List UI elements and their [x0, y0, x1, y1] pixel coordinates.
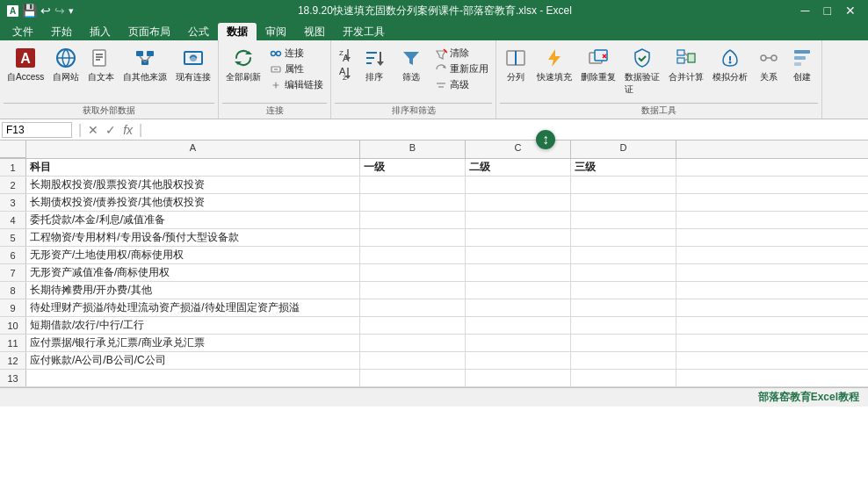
cell[interactable]: 一级 [360, 159, 466, 176]
redo-qat-button[interactable]: ↪ [54, 4, 65, 18]
tab-home[interactable]: 开始 [42, 23, 81, 40]
cell[interactable] [571, 370, 676, 386]
cancel-formula-icon[interactable]: ✕ [84, 123, 102, 137]
cell[interactable] [360, 247, 466, 263]
tab-developer[interactable]: 开发工具 [334, 23, 394, 40]
formula-input[interactable] [145, 124, 866, 136]
cell[interactable] [571, 335, 676, 351]
cell[interactable] [360, 370, 466, 386]
sort-button[interactable]: 排序 [358, 44, 391, 85]
cell[interactable] [466, 352, 571, 369]
cell[interactable]: 长期债权投资/债券投资/其他债权投资 [26, 194, 360, 211]
split-columns-button[interactable]: 分列 [500, 44, 532, 85]
cell[interactable]: 无形资产/土地使用权/商标使用权 [26, 247, 360, 263]
tab-insert[interactable]: 插入 [81, 23, 119, 40]
cell[interactable] [571, 247, 676, 263]
cell[interactable]: 待处理财产损溢/待处理流动资产损溢/待处理固定资产损溢 [26, 299, 360, 316]
cell[interactable] [571, 264, 676, 281]
tab-view[interactable]: 视图 [295, 23, 334, 40]
cell[interactable] [571, 176, 676, 193]
cell[interactable] [571, 299, 676, 316]
cell[interactable]: 无形资产减值准备/商标使用权 [26, 264, 360, 281]
cell[interactable] [360, 264, 466, 281]
sort-desc-button[interactable]: AZ [335, 64, 354, 82]
cell[interactable] [466, 247, 571, 263]
create-button[interactable]: 创建 [786, 44, 818, 85]
tab-formula[interactable]: 公式 [179, 23, 218, 40]
restore-button[interactable]: □ [819, 4, 836, 18]
cell[interactable] [360, 176, 466, 193]
clear-button[interactable]: 清除 [431, 46, 492, 61]
undo-qat-button[interactable]: ↩ [40, 4, 51, 18]
remove-duplicates-button[interactable]: 删除重复 [577, 44, 619, 85]
tab-data[interactable]: 数据 [218, 23, 257, 40]
existing-connections-button[interactable]: 现有连接 [172, 44, 214, 85]
col-header-d[interactable]: D [571, 140, 676, 158]
tab-file[interactable]: 文件 [4, 23, 42, 40]
cell[interactable] [360, 335, 466, 351]
cell[interactable] [466, 299, 571, 316]
cell[interactable] [26, 370, 360, 386]
cell[interactable] [466, 370, 571, 386]
cell[interactable] [466, 176, 571, 193]
cell[interactable]: 三级 [571, 159, 676, 176]
cell[interactable] [360, 212, 466, 228]
cell[interactable] [466, 317, 571, 334]
cell[interactable]: 工程物资/专用材料/专用设备/预付大型设备款 [26, 229, 360, 246]
save-qat-button[interactable]: 💾 [22, 4, 37, 18]
tab-review[interactable]: 审阅 [257, 23, 295, 40]
cell[interactable] [360, 194, 466, 211]
close-button[interactable]: ✕ [840, 4, 861, 18]
cell[interactable] [466, 194, 571, 211]
reapply-button[interactable]: 重新应用 [431, 61, 492, 76]
cell[interactable] [571, 212, 676, 228]
refresh-all-button[interactable]: 全部刷新 [222, 44, 264, 85]
flash-fill-button[interactable]: 快速填充 [533, 44, 575, 85]
minimize-button[interactable]: ─ [796, 4, 815, 18]
relationships-button[interactable]: 关系 [753, 44, 785, 85]
connections-button[interactable]: 连接 [266, 46, 327, 61]
cell[interactable] [360, 229, 466, 246]
cell[interactable] [360, 317, 466, 334]
qat-more-button[interactable]: ▾ [69, 5, 74, 17]
cell[interactable]: 二级 [466, 159, 571, 176]
cell[interactable] [571, 194, 676, 211]
consolidate-button[interactable]: 合并计算 [665, 44, 707, 85]
confirm-formula-icon[interactable]: ✓ [102, 123, 119, 137]
cell[interactable] [360, 299, 466, 316]
cell[interactable]: 短期借款/农行/中行/工行 [26, 317, 360, 334]
advanced-button[interactable]: 高级 [431, 77, 492, 92]
cell[interactable]: 应付账款/A公司/B公司/C公司 [26, 352, 360, 369]
edit-links-button[interactable]: 编辑链接 [266, 77, 327, 92]
cell[interactable]: 科目 [26, 159, 360, 176]
access-button[interactable]: A 自Access [4, 44, 47, 85]
col-header-a[interactable]: A [26, 140, 360, 158]
cell[interactable] [571, 229, 676, 246]
data-validation-button[interactable]: 数据验证证 [621, 44, 663, 97]
cell[interactable] [466, 282, 571, 299]
what-if-button[interactable]: 模拟分析 [709, 44, 751, 85]
sort-asc-button[interactable]: ZA [335, 46, 354, 63]
cell[interactable]: 应付票据/银行承兑汇票/商业承兑汇票 [26, 335, 360, 351]
cell[interactable] [571, 352, 676, 369]
tab-page-layout[interactable]: 页面布局 [119, 23, 179, 40]
insert-function-icon[interactable]: fx [119, 123, 136, 137]
cell[interactable]: 委托贷款/本金/利息/减值准备 [26, 212, 360, 228]
cell[interactable] [466, 212, 571, 228]
text-button[interactable]: 自文本 [84, 44, 118, 85]
cell[interactable] [466, 335, 571, 351]
cell[interactable] [571, 317, 676, 334]
cell-reference-input[interactable]: F13 [2, 122, 72, 138]
cell[interactable] [571, 282, 676, 299]
cell[interactable] [466, 264, 571, 281]
cell[interactable] [360, 352, 466, 369]
cell[interactable]: 长期待摊费用/开办费/其他 [26, 282, 360, 299]
col-header-c[interactable]: C [466, 140, 571, 158]
cell[interactable]: 长期股权投资/股票投资/其他股权投资 [26, 176, 360, 193]
web-button[interactable]: 自网站 [49, 44, 83, 85]
cell[interactable] [466, 229, 571, 246]
properties-button[interactable]: 属性 [266, 61, 327, 76]
col-header-b[interactable]: B [360, 140, 466, 158]
cell[interactable] [360, 282, 466, 299]
other-sources-button[interactable]: 自其他来源 [119, 44, 170, 85]
